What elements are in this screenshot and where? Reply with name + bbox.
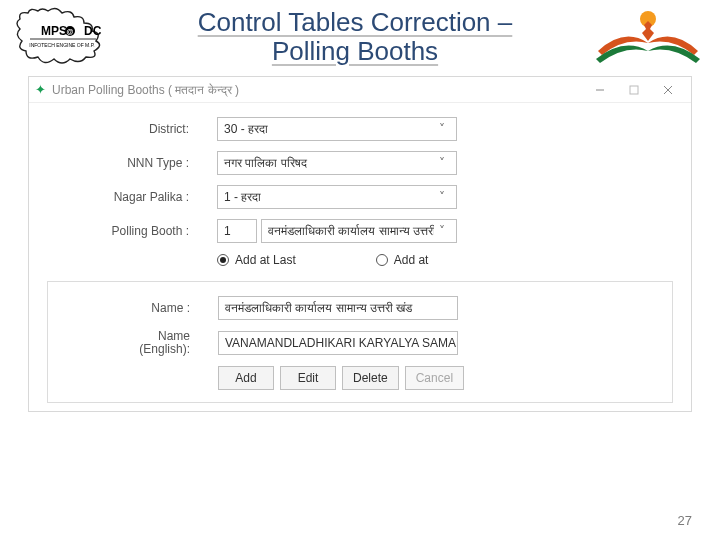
- add-at-label: Add at: [394, 253, 429, 267]
- nnn-type-select[interactable]: नगर पालिका परिषद ˅: [217, 151, 457, 175]
- nagar-palika-value: 1 - हरदा: [224, 190, 261, 204]
- nnn-type-value: नगर पालिका परिषद: [224, 156, 307, 170]
- add-button[interactable]: Add: [218, 366, 274, 390]
- district-label: District:: [47, 122, 217, 136]
- polling-booth-value: वनमंडलाधिकारी कार्यालय सामान्य उत्तरी: [268, 224, 434, 238]
- maximize-button[interactable]: [617, 77, 651, 102]
- maximize-icon: [629, 85, 639, 95]
- page-title: Control Tables Correction – Polling Boot…: [122, 8, 588, 65]
- chevron-down-icon: ˅: [434, 224, 450, 238]
- chevron-down-icon: ˅: [434, 190, 450, 204]
- radio-icon: [376, 254, 388, 266]
- name-english-label: Name (English):: [66, 330, 218, 356]
- page-number: 27: [678, 513, 692, 528]
- svg-text:INFOTECH ENGINE OF M.P.: INFOTECH ENGINE OF M.P.: [29, 42, 94, 48]
- add-at-last-radio[interactable]: Add at Last: [217, 253, 296, 267]
- window-titlebar: ✦ Urban Polling Booths ( मतदान केन्द्र ): [29, 77, 691, 103]
- polling-booth-select[interactable]: वनमंडलाधिकारी कार्यालय सामान्य उत्तरी ˅: [261, 219, 457, 243]
- mpsedc-logo: MPS @ DC INFOTECH ENGINE OF M.P.: [12, 5, 122, 69]
- polling-booth-number: 1: [224, 224, 231, 238]
- chevron-down-icon: ˅: [434, 122, 450, 136]
- nagar-palika-label: Nagar Palika :: [47, 190, 217, 204]
- title-line-1: Control Tables Correction –: [198, 7, 513, 37]
- app-icon: ✦: [35, 82, 46, 97]
- svg-text:@: @: [67, 28, 74, 35]
- district-select[interactable]: 30 - हरदा ˅: [217, 117, 457, 141]
- add-at-last-label: Add at Last: [235, 253, 296, 267]
- close-button[interactable]: [651, 77, 685, 102]
- minimize-button[interactable]: [583, 77, 617, 102]
- edit-button[interactable]: Edit: [280, 366, 336, 390]
- window-title: Urban Polling Booths ( मतदान केन्द्र ): [52, 83, 583, 97]
- name-english-input[interactable]: VANAMANDLADHIKARI KARYALYA SAMAN: [218, 331, 458, 355]
- nagar-palika-select[interactable]: 1 - हरदा ˅: [217, 185, 457, 209]
- add-at-radio[interactable]: Add at: [376, 253, 429, 267]
- name-english-value: VANAMANDLADHIKARI KARYALYA SAMAN: [225, 336, 458, 350]
- close-icon: [663, 85, 673, 95]
- polling-booth-number-input[interactable]: 1: [217, 219, 257, 243]
- form-area: District: 30 - हरदा ˅ NNN Type : नगर पाल…: [29, 103, 691, 411]
- name-value: वनमंडलाधिकारी कार्यालय सामान्य उत्तरी खं…: [225, 301, 412, 315]
- app-window: ✦ Urban Polling Booths ( मतदान केन्द्र )…: [28, 76, 692, 412]
- cancel-button[interactable]: Cancel: [405, 366, 464, 390]
- delete-button[interactable]: Delete: [342, 366, 399, 390]
- nnn-type-label: NNN Type :: [47, 156, 217, 170]
- svg-rect-8: [630, 86, 638, 94]
- brand-logo: [588, 7, 708, 67]
- polling-booth-label: Polling Booth :: [47, 224, 217, 238]
- name-input[interactable]: वनमंडलाधिकारी कार्यालय सामान्य उत्तरी खं…: [218, 296, 458, 320]
- chevron-down-icon: ˅: [434, 156, 450, 170]
- svg-text:DC: DC: [84, 24, 102, 38]
- title-line-2: Polling Booths: [272, 36, 438, 66]
- name-label: Name :: [66, 301, 218, 315]
- district-value: 30 - हरदा: [224, 122, 268, 136]
- svg-text:MPS: MPS: [41, 24, 67, 38]
- name-panel: Name : वनमंडलाधिकारी कार्यालय सामान्य उत…: [47, 281, 673, 403]
- radio-icon: [217, 254, 229, 266]
- minimize-icon: [595, 85, 605, 95]
